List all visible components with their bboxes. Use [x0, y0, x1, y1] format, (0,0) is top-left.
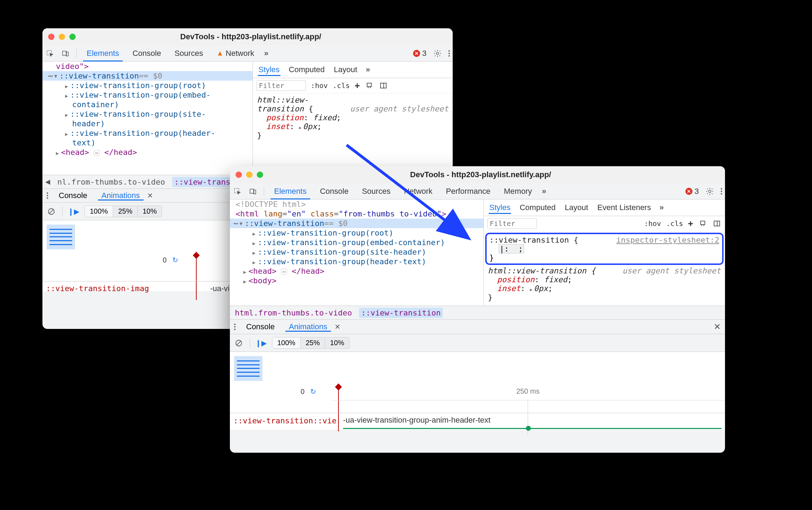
drawer-menu-icon[interactable]	[47, 192, 48, 199]
css-property[interactable]: position	[488, 275, 535, 284]
drawer-tab-animations[interactable]: Animations	[285, 322, 331, 331]
css-property[interactable]: inset	[257, 122, 290, 131]
dom-node[interactable]: <head>	[248, 267, 276, 276]
dom-node[interactable]: <head>	[61, 148, 89, 157]
expand-icon[interactable]: ▼	[239, 221, 244, 226]
speed-10[interactable]: 10%	[325, 337, 349, 348]
css-property[interactable]: position	[257, 113, 304, 122]
toggle-classes-icon[interactable]	[698, 219, 707, 228]
device-icon[interactable]	[248, 187, 257, 196]
expand-icon[interactable]: ▶	[65, 83, 70, 89]
dom-node[interactable]: ::view-transition-group(root)	[70, 81, 206, 90]
panel-layout-icon[interactable]	[379, 81, 388, 90]
kebab-icon[interactable]	[448, 50, 450, 57]
hov-button[interactable]: :hov	[311, 81, 328, 90]
expand-icon[interactable]: ▶	[65, 112, 70, 118]
dom-node[interactable]: video">	[48, 62, 89, 71]
expand-icon[interactable]: ▶	[243, 269, 248, 275]
error-badge[interactable]: ✕3	[413, 49, 427, 58]
dom-node[interactable]: </head>	[292, 267, 325, 276]
more-tabs-icon[interactable]: »	[542, 187, 546, 196]
dom-node[interactable]: <body>	[248, 276, 276, 285]
gear-icon[interactable]	[433, 49, 442, 58]
playhead-line[interactable]	[196, 257, 197, 300]
zoom-dot[interactable]	[69, 34, 76, 40]
speed-10[interactable]: 10%	[138, 206, 162, 217]
dom-selected-node[interactable]: ⋯ ▼ ::view-transition == $0	[42, 71, 253, 81]
gear-icon[interactable]	[705, 187, 714, 196]
replay-icon[interactable]: ↻	[172, 256, 178, 264]
breadcrumbs[interactable]: html.from-thumbs.to-video ::view-transit…	[230, 306, 725, 320]
minimize-dot[interactable]	[59, 34, 65, 40]
crumb-item[interactable]: nl.from-thumbs.to-video	[55, 177, 167, 187]
dom-node[interactable]: text)	[72, 138, 95, 147]
crumb-item[interactable]: html.from-thumbs.to-video	[233, 308, 354, 318]
close-tab-icon[interactable]: ✕	[147, 191, 153, 200]
expand-icon[interactable]: ▶	[65, 93, 70, 99]
toggle-classes-icon[interactable]	[365, 81, 374, 90]
clear-icon[interactable]	[234, 338, 243, 348]
hov-button[interactable]: :hov	[644, 219, 661, 228]
new-rule-icon[interactable]: +	[688, 219, 693, 228]
titlebar[interactable]: DevTools - http203-playlist.netlify.app/	[230, 166, 725, 183]
animation-thumb[interactable]	[234, 356, 262, 381]
tab-elements[interactable]: Elements	[271, 183, 310, 199]
dom-node[interactable]: header)	[72, 119, 105, 128]
inspect-icon[interactable]	[45, 49, 54, 58]
tab-styles[interactable]: Styles	[489, 202, 511, 214]
speed-100[interactable]: 100%	[85, 206, 113, 217]
styles-filter-input[interactable]	[256, 80, 306, 91]
cls-button[interactable]: .cls	[666, 219, 683, 228]
expand-icon[interactable]: ▼	[54, 73, 59, 79]
rule-source[interactable]: user agent stylesheet	[350, 104, 448, 113]
inspect-icon[interactable]	[233, 187, 242, 196]
tab-computed[interactable]: Computed	[288, 64, 326, 76]
drawer-menu-icon[interactable]	[234, 324, 236, 330]
tab-elements[interactable]: Elements	[83, 45, 123, 61]
play-icon[interactable]: ❙▶	[69, 207, 78, 216]
error-badge[interactable]: ✕3	[685, 187, 699, 196]
playhead-line[interactable]	[338, 389, 339, 431]
dom-node[interactable]: ::view-transition-group(site-	[70, 110, 206, 118]
keyframe-ball-icon[interactable]	[526, 426, 531, 431]
crumb-prev-icon[interactable]: ◀	[45, 178, 50, 186]
expand-icon[interactable]: ▶	[65, 131, 70, 137]
animation-thumb[interactable]	[47, 225, 75, 249]
minimize-dot[interactable]	[246, 172, 253, 178]
tab-event-listeners[interactable]: Event Listeners	[597, 202, 652, 214]
rule-source[interactable]: inspector-stylesheet:2	[616, 236, 719, 244]
dom-node[interactable]: container)	[72, 100, 119, 109]
expand-icon[interactable]: ▶	[56, 150, 61, 156]
tab-sources[interactable]: Sources	[171, 45, 207, 61]
close-dot[interactable]	[236, 172, 242, 178]
animation-timeline[interactable]: 0 ↻ 250 ms ::view-transition::vie -ua-vi…	[230, 352, 725, 430]
cls-button[interactable]: .cls	[333, 81, 350, 90]
dom-node[interactable]: ::view-transition-group(header-text)	[257, 257, 426, 266]
animation-track-line[interactable]	[343, 428, 721, 429]
dom-node[interactable]: ::view-transition-group(embed-	[70, 91, 210, 99]
tab-layout[interactable]: Layout	[564, 202, 589, 214]
dom-tree[interactable]: video"> ⋯ ▼ ::view-transition == $0 ▶::v…	[42, 62, 253, 175]
speed-100[interactable]: 100%	[272, 337, 301, 348]
dom-node[interactable]: </head>	[104, 148, 137, 157]
styles-filter-input[interactable]	[487, 218, 537, 229]
play-icon[interactable]: ❙▶	[256, 338, 266, 348]
dom-node[interactable]: ::view-transition-group(header-	[70, 129, 215, 138]
device-icon[interactable]	[61, 49, 70, 58]
kebab-icon[interactable]	[721, 188, 722, 195]
titlebar[interactable]: DevTools - http203-playlist.netlify.app/	[42, 28, 453, 45]
close-tab-icon[interactable]: ✕	[335, 323, 341, 331]
speed-25[interactable]: 25%	[301, 337, 325, 348]
expand-icon[interactable]: ▶	[253, 231, 257, 237]
zoom-dot[interactable]	[257, 172, 263, 178]
dom-node[interactable]: <!DOCTYPE html>	[236, 200, 306, 209]
tab-styles[interactable]: Styles	[258, 64, 280, 76]
expand-icon[interactable]: ▶	[243, 279, 248, 284]
css-selector[interactable]: ::view-transition {	[489, 236, 579, 244]
css-rule[interactable]: html::view-transition { user agent style…	[484, 266, 725, 304]
drawer-tab-animations[interactable]: Animations	[98, 191, 144, 200]
ellipsis-icon[interactable]: ⋯	[94, 150, 99, 156]
css-property[interactable]: inset	[488, 284, 521, 293]
css-edit-input[interactable]: |: ;	[499, 244, 524, 254]
speed-25[interactable]: 25%	[113, 206, 138, 217]
